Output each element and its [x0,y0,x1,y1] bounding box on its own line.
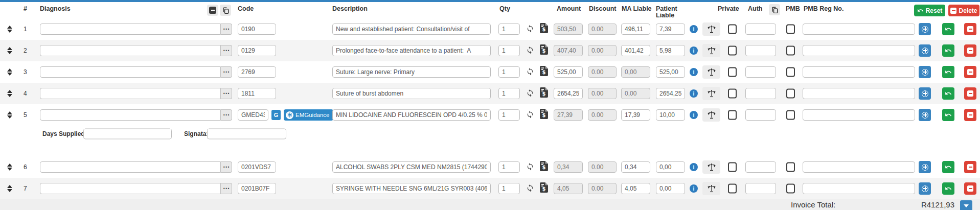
description-input[interactable] [332,45,491,56]
description-input[interactable] [332,183,491,194]
drag-handle[interactable] [7,68,12,76]
code-input[interactable] [238,109,268,121]
qty-input[interactable] [498,24,520,35]
row-delete-button[interactable] [964,66,976,78]
diagnosis-lookup-button[interactable]: ⋯ [221,109,232,121]
generic-indicator-button[interactable]: G [271,110,281,120]
qty-input[interactable] [498,66,520,78]
private-checkbox[interactable] [728,184,737,194]
ma-liable-input[interactable] [621,24,650,35]
reset-button[interactable]: Reset [914,5,945,16]
copy-auth-button[interactable] [769,4,780,15]
row-add-button[interactable] [919,87,931,100]
row-delete-button[interactable] [964,182,976,195]
diagnosis-lookup-button[interactable]: ⋯ [221,183,232,194]
private-checkbox[interactable] [728,67,737,77]
signata-input[interactable] [207,129,286,139]
amount-input[interactable] [554,88,583,99]
auth-input[interactable] [745,109,776,121]
qty-input[interactable] [498,109,520,121]
pmb-reg-no-input[interactable] [803,183,915,194]
diagnosis-input[interactable] [40,109,221,121]
drag-handle[interactable] [7,185,12,192]
row-add-button[interactable] [919,66,931,78]
row-add-button[interactable] [919,182,931,195]
patient-liable-input[interactable] [656,45,685,56]
pmb-checkbox[interactable] [786,46,795,56]
row-add-button[interactable] [919,109,931,121]
ma-liable-input[interactable] [621,161,650,173]
patient-liable-input[interactable] [656,161,685,173]
delete-button[interactable]: Delete [948,5,979,16]
ma-liable-input[interactable] [621,183,650,194]
row-delete-button[interactable] [964,109,976,121]
auth-input[interactable] [745,161,776,173]
ma-liable-input[interactable] [621,109,650,121]
code-input[interactable] [238,183,276,194]
diagnosis-input[interactable] [40,161,221,173]
pmb-reg-no-input[interactable] [803,161,915,173]
description-input[interactable] [332,66,491,78]
pmb-checkbox[interactable] [786,89,795,99]
row-reset-button[interactable] [942,44,954,57]
row-reset-button[interactable] [942,87,954,100]
info-icon[interactable]: i [690,111,698,119]
qty-input[interactable] [498,161,520,173]
pmb-checkbox[interactable] [786,184,795,194]
row-reset-button[interactable] [942,161,954,173]
drag-handle[interactable] [7,164,12,171]
info-icon[interactable]: i [690,89,698,98]
invoice-dollar-icon[interactable]: $ [540,109,548,121]
patient-liable-input[interactable] [656,183,685,194]
diagnosis-lookup-button[interactable]: ⋯ [221,161,232,173]
pmb-reg-no-input[interactable] [803,24,915,35]
refresh-price-button[interactable] [526,162,535,172]
refresh-price-button[interactable] [526,110,535,120]
drag-handle[interactable] [7,111,12,119]
drag-handle[interactable] [7,90,12,97]
balance-scales-button[interactable] [702,108,720,122]
pmb-checkbox[interactable] [786,110,795,120]
refresh-price-button[interactable] [526,89,535,98]
diagnosis-input[interactable] [40,66,221,78]
balance-scales-button[interactable] [702,65,720,79]
auth-input[interactable] [745,45,776,56]
code-input[interactable] [238,88,276,99]
invoice-dollar-icon[interactable]: $ [540,182,548,195]
balance-scales-button[interactable] [702,182,720,195]
refresh-price-button[interactable] [526,25,535,34]
description-input[interactable] [332,88,491,99]
row-delete-button[interactable] [964,161,976,173]
private-checkbox[interactable] [728,89,737,99]
info-icon[interactable]: i [690,46,698,55]
info-icon[interactable]: i [690,184,698,193]
diagnosis-input[interactable] [40,24,221,35]
invoice-dollar-icon[interactable]: $ [540,23,548,35]
row-delete-button[interactable] [964,44,976,57]
private-checkbox[interactable] [728,46,737,56]
refresh-price-button[interactable] [526,184,535,193]
auth-input[interactable] [745,24,776,35]
invoice-dollar-icon[interactable]: $ [540,66,548,78]
refresh-price-button[interactable] [526,46,535,55]
diagnosis-lookup-button[interactable]: ⋯ [221,45,232,56]
row-reset-button[interactable] [942,182,954,195]
pmb-checkbox[interactable] [786,25,795,34]
pmb-checkbox[interactable] [786,162,795,172]
patient-liable-input[interactable] [656,88,685,99]
qty-input[interactable] [498,88,520,99]
private-checkbox[interactable] [728,162,737,172]
row-reset-button[interactable] [942,66,954,78]
invoice-dollar-icon[interactable]: $ [540,87,548,100]
pmb-reg-no-input[interactable] [803,66,915,78]
row-reset-button[interactable] [942,109,954,121]
description-input[interactable] [332,24,491,35]
refresh-price-button[interactable] [526,67,535,77]
balance-scales-button[interactable] [702,87,720,100]
code-input[interactable] [238,45,276,56]
code-input[interactable] [238,24,276,35]
remove-all-diagnosis-button[interactable] [207,5,218,16]
pmb-reg-no-input[interactable] [803,45,915,56]
row-add-button[interactable] [919,44,931,57]
emguidance-button[interactable]: EMGuidance [284,109,333,121]
